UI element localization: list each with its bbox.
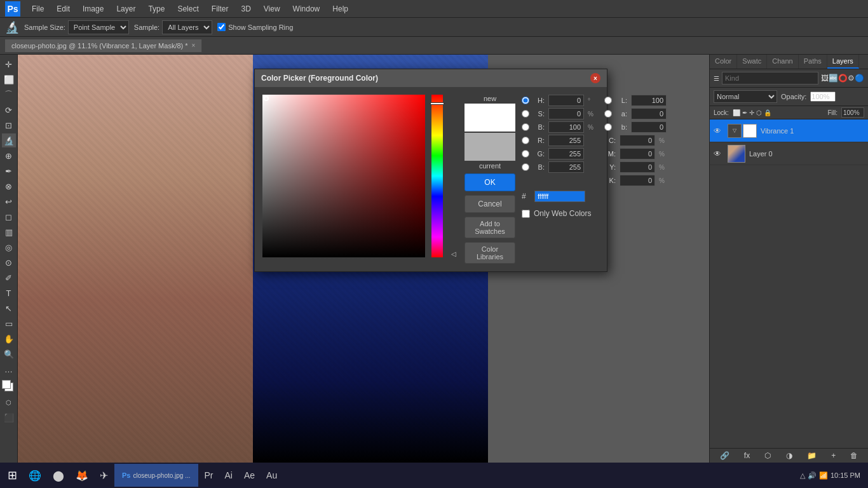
gradient-btn[interactable]: ▥ xyxy=(2,225,16,239)
add-layer-style-icon[interactable]: fx xyxy=(744,451,750,460)
menu-filter[interactable]: Filter xyxy=(207,3,234,15)
taskbar-firefox-btn[interactable]: 🦊 xyxy=(71,464,93,487)
move-tool-btn[interactable]: ✛ xyxy=(2,57,16,71)
a-radio[interactable] xyxy=(604,110,612,118)
lock-image-icon[interactable]: ✒ xyxy=(742,109,747,116)
menu-file[interactable]: File xyxy=(27,3,49,15)
l-radio[interactable] xyxy=(604,97,612,104)
layer-eye-layer0[interactable]: 👁 xyxy=(714,149,724,158)
taskbar-au-btn[interactable]: Au xyxy=(261,464,282,487)
clone-stamp-btn[interactable]: ⊗ xyxy=(2,179,16,193)
eyedropper-btn[interactable]: 🔬 xyxy=(2,133,16,147)
g-radio[interactable] xyxy=(522,150,529,158)
b2-input[interactable] xyxy=(548,161,584,173)
opacity-input[interactable] xyxy=(810,92,836,102)
screen-mode-btn[interactable]: ⬛ xyxy=(2,410,16,424)
lock-all-icon[interactable]: 🔒 xyxy=(764,109,771,116)
pen-btn[interactable]: ✐ xyxy=(2,271,16,285)
lock-position-icon[interactable]: ✛ xyxy=(749,109,754,116)
brush-tool-btn[interactable]: ✒ xyxy=(2,164,16,178)
dodge-btn[interactable]: ⊙ xyxy=(2,255,16,269)
shape-btn[interactable]: ▭ xyxy=(2,316,16,330)
tab-color[interactable]: Color xyxy=(710,55,737,69)
r-radio[interactable] xyxy=(522,137,529,144)
s-radio[interactable] xyxy=(522,110,529,118)
healing-brush-btn[interactable]: ⊕ xyxy=(2,149,16,163)
menu-window[interactable]: Window xyxy=(288,3,325,15)
b3-input[interactable] xyxy=(631,121,667,133)
blur-btn[interactable]: ◎ xyxy=(2,240,16,254)
add-mask-icon[interactable]: ⬡ xyxy=(764,451,771,460)
show-sampling-ring-label[interactable]: Show Sampling Ring xyxy=(217,23,293,31)
text-btn[interactable]: T xyxy=(2,286,16,300)
tab-swatches[interactable]: Swatc xyxy=(737,55,767,69)
layer-eye-vibrance[interactable]: 👁 xyxy=(714,126,724,135)
more-tools-btn[interactable]: … xyxy=(2,362,16,376)
lasso-tool-btn[interactable]: ⌒ xyxy=(2,88,16,102)
color-libraries-button[interactable]: Color Libraries xyxy=(465,242,515,264)
b3-radio[interactable] xyxy=(604,123,612,131)
menu-view[interactable]: View xyxy=(259,3,285,15)
show-sampling-ring-checkbox[interactable] xyxy=(217,23,226,31)
new-adjustment-icon[interactable]: ◑ xyxy=(786,451,792,460)
taskbar-ie-btn[interactable]: 🌐 xyxy=(24,464,46,487)
b-radio[interactable] xyxy=(522,123,529,131)
link-layers-icon[interactable]: 🔗 xyxy=(720,451,729,460)
taskbar-chrome-btn[interactable]: ⬤ xyxy=(48,464,69,487)
lock-transparent-icon[interactable]: ⬜ xyxy=(733,109,740,116)
r-input[interactable] xyxy=(548,135,584,146)
g-input[interactable] xyxy=(548,148,584,159)
path-select-btn[interactable]: ↖ xyxy=(2,301,16,315)
add-to-swatches-button[interactable]: Add to Swatches xyxy=(465,217,515,238)
quick-select-btn[interactable]: ⟳ xyxy=(2,103,16,117)
taskbar-telegram-btn[interactable]: ✈ xyxy=(95,464,113,487)
layer-item-vibrance[interactable]: 👁 ▽ Vibrance 1 xyxy=(710,119,868,142)
cancel-button[interactable]: Cancel xyxy=(465,195,515,213)
menu-layer[interactable]: Layer xyxy=(111,3,140,15)
dialog-close-btn[interactable]: × xyxy=(590,73,600,83)
zoom-btn[interactable]: 🔍 xyxy=(2,347,16,361)
blend-mode-select[interactable]: Normal xyxy=(714,90,777,103)
only-web-colors-checkbox[interactable] xyxy=(522,210,530,218)
menu-image[interactable]: Image xyxy=(78,3,109,15)
color-gradient-surface[interactable] xyxy=(262,95,425,257)
history-brush-btn[interactable]: ↩ xyxy=(2,194,16,208)
menu-type[interactable]: Type xyxy=(143,3,170,15)
a-input[interactable] xyxy=(631,108,667,119)
taskbar-volume-icon[interactable]: 🔊 xyxy=(808,471,817,480)
b2-radio[interactable] xyxy=(522,163,529,171)
tab-layers[interactable]: Layers xyxy=(827,55,859,69)
s-input[interactable] xyxy=(548,108,584,119)
y-input[interactable] xyxy=(620,161,655,173)
tab-closeup-photo[interactable]: closeup-photo.jpg @ 11.1% (Vibrance 1, L… xyxy=(5,39,202,52)
hex-input[interactable]: ffffff xyxy=(534,191,585,202)
tab-close-btn[interactable]: × xyxy=(192,42,196,49)
new-layer-icon[interactable]: + xyxy=(831,451,836,460)
menu-select[interactable]: Select xyxy=(172,3,203,15)
crop-tool-btn[interactable]: ⊡ xyxy=(2,118,16,132)
l-input[interactable] xyxy=(631,95,667,106)
taskbar-ai-btn[interactable]: Ai xyxy=(220,464,238,487)
hand-btn[interactable]: ✋ xyxy=(2,332,16,346)
hue-slider[interactable] xyxy=(431,95,443,257)
layers-search-input[interactable] xyxy=(722,72,818,85)
k-input[interactable] xyxy=(620,175,655,186)
color-gradient-picker[interactable] xyxy=(262,95,425,257)
eyedropper-tool-icon[interactable]: 🔬 xyxy=(5,20,19,34)
start-button[interactable]: ⊞ xyxy=(3,466,22,485)
marquee-tool-btn[interactable]: ⬜ xyxy=(2,72,16,86)
eraser-btn[interactable]: ◻ xyxy=(2,210,16,224)
foreground-color-swatch[interactable] xyxy=(2,380,11,389)
menu-help[interactable]: Help xyxy=(327,3,353,15)
delete-layer-icon[interactable]: 🗑 xyxy=(850,451,858,460)
quick-mask-btn[interactable]: ⬡ xyxy=(2,395,16,409)
c-input[interactable] xyxy=(620,135,655,146)
h-radio[interactable] xyxy=(522,97,529,104)
layer-item-layer0[interactable]: 👁 Layer 0 xyxy=(710,142,868,165)
h-input[interactable]: 0 xyxy=(548,95,584,106)
taskbar-network-icon[interactable]: 📶 xyxy=(819,471,828,480)
ok-button[interactable]: OK xyxy=(465,173,515,191)
sample-size-select[interactable]: Point Sample xyxy=(68,20,129,34)
tab-channels[interactable]: Chann xyxy=(767,55,798,69)
taskbar-ps-btn[interactable]: Ps closeup-photo.jpg ... xyxy=(114,464,198,487)
